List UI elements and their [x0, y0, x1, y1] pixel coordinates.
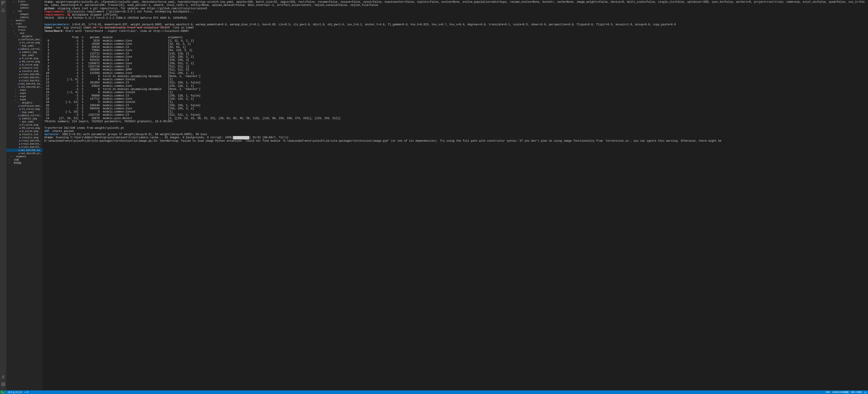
tree-item-label: models: [16, 19, 25, 22]
file-item[interactable]: ▣val_batch0_pred.jpg: [6, 152, 42, 155]
folder-item[interactable]: ›exp2: [6, 89, 42, 92]
terminal-line: 10 -1 1 131584 models.common.Conv [512, …: [44, 72, 866, 75]
folder-item[interactable]: ⌄exp: [6, 32, 42, 35]
extensions-icon[interactable]: [1, 1, 5, 5]
folder-item[interactable]: ›detect: [6, 25, 42, 29]
folder-item[interactable]: images: [6, 13, 42, 16]
svg-point-4: [3, 384, 4, 385]
folder-item[interactable]: ⌄runs: [6, 22, 42, 25]
file-item[interactable]: ▣train_batch1.jpg: [6, 76, 42, 79]
csv-icon: ▤: [19, 133, 22, 136]
file-item[interactable]: ▣PR_curve.png: [6, 127, 42, 130]
svg-rect-0: [2, 1, 3, 2]
chevron-icon: ›: [12, 26, 15, 28]
tree-item-label: opt.yaml: [22, 54, 34, 57]
file-item[interactable]: ▣PR_curve.png: [6, 60, 42, 63]
terminal-line: 2 -1 1 18816 models.common.C3 [64, 64, 1…: [44, 46, 866, 49]
file-explorer-sidebar[interactable]: ⌄trainimageslabels⌄valimageslabels›model…: [6, 0, 42, 390]
accounts-icon[interactable]: [1, 375, 5, 379]
file-item[interactable]: ▣confusion_matrix.png: [6, 38, 42, 41]
terminal-line: github: skipping check (not a git reposi…: [44, 7, 866, 10]
status-problems[interactable]: 0 0 9: [8, 391, 22, 394]
file-item[interactable]: !hyp.yaml: [6, 44, 42, 47]
file-item[interactable]: ▣F1_curve.png: [6, 107, 42, 111]
folder-item[interactable]: ›时间线: [6, 161, 42, 164]
png-icon: ▣: [19, 61, 22, 63]
file-item[interactable]: ▣train_batch0.jpg: [6, 73, 42, 76]
chevron-icon: ›: [17, 35, 19, 37]
file-item[interactable]: ▣val_batch0_pred.jpg: [6, 86, 42, 89]
file-item[interactable]: ▣val_batch0_labels.jpg: [6, 82, 42, 86]
file-item[interactable]: !opt.yaml: [6, 54, 42, 57]
folder-item[interactable]: ›exp3: [6, 92, 42, 95]
remote-indicator[interactable]: [0, 390, 5, 394]
terminal-output[interactable]: train: weights=weights/yolov5s.pt, cfg=m…: [42, 0, 868, 390]
file-item[interactable]: ▣confusion_matrix.png: [6, 104, 42, 107]
file-item[interactable]: ▣P_curve.png: [6, 57, 42, 60]
csv-icon: ▤: [19, 67, 22, 69]
chevron-icon: ›: [8, 162, 11, 164]
tree-item-label: val: [18, 10, 22, 12]
folder-item[interactable]: labels: [6, 16, 42, 19]
jpg-icon: ▣: [18, 152, 20, 155]
folder-item[interactable]: labels: [6, 6, 42, 9]
status-filesize[interactable]: 804.60KB: [851, 391, 862, 394]
folder-item[interactable]: ›weights: [6, 35, 42, 38]
png-icon: ▣: [18, 105, 20, 107]
status-dimensions[interactable]: 1408x1408像素: [832, 391, 849, 394]
file-item[interactable]: ▣labels.jpg: [6, 51, 42, 54]
file-item[interactable]: ▣train_batch2.jpg: [6, 79, 42, 82]
file-item[interactable]: ▣R_curve.png: [6, 130, 42, 133]
status-bell-icon[interactable]: [864, 391, 867, 394]
terminal-line: 6 -1 3 625152 models.common.C3 [256, 256…: [44, 59, 866, 62]
file-item[interactable]: ▤results.csv: [6, 66, 42, 70]
file-item[interactable]: ▣results.png: [6, 70, 42, 73]
file-item[interactable]: ▣val_batch0_labels.jpg: [6, 149, 42, 152]
file-item[interactable]: ▣train_batch0.jpg: [6, 139, 42, 142]
tree-item-label: labels.jpg: [22, 51, 37, 54]
file-item[interactable]: ▤results.csv: [6, 133, 42, 136]
folder-item[interactable]: images: [6, 3, 42, 6]
terminal-line: 15 -1 1 0 torch.nn.modules.upsampling.Up…: [44, 88, 866, 91]
folder-item[interactable]: ›segment: [6, 155, 42, 158]
jpg-icon: ▣: [19, 79, 21, 82]
folder-item[interactable]: ⌄train: [6, 29, 42, 32]
terminal-line: 7 -1 1 1180672 models.common.Conv [256, …: [44, 62, 866, 65]
file-item[interactable]: ▣P_curve.png: [6, 123, 42, 127]
status-ports[interactable]: 0: [24, 391, 28, 394]
file-item[interactable]: !opt.yaml: [6, 120, 42, 123]
tree-item-label: segment: [16, 155, 26, 158]
status-zoom[interactable]: 60%: [826, 391, 830, 394]
tree-item-label: F1_curve.png: [22, 41, 40, 44]
tree-item-label: images: [20, 13, 29, 15]
folder-item[interactable]: ›weights: [6, 101, 42, 104]
folder-item[interactable]: ›大纲: [6, 158, 42, 161]
file-item[interactable]: ▣R_curve.png: [6, 63, 42, 66]
main-area: ⌄trainimageslabels⌄valimageslabels›model…: [0, 0, 868, 390]
folder-item[interactable]: ⌄val: [6, 9, 42, 13]
label-amp: AMP:: [44, 130, 51, 133]
folder-item[interactable]: ›models: [6, 19, 42, 22]
file-item[interactable]: ▣train_batch1.jpg: [6, 142, 42, 145]
yaml-icon: !: [19, 111, 22, 113]
jpg-icon: ▣: [19, 146, 21, 149]
file-item[interactable]: ▣labels_correlogram.jpg: [6, 114, 42, 117]
file-item[interactable]: ▣train_batch2.jpg: [6, 145, 42, 149]
png-icon: ▣: [18, 114, 20, 117]
file-item[interactable]: ▣F1_curve.png: [6, 41, 42, 44]
terminal-line: 1 -1 1 18560 models.common.Conv [32, 64,…: [44, 42, 866, 46]
file-item[interactable]: !hyp.yaml: [6, 111, 42, 114]
terminal-line: Comet: run 'pip install comet_ml' to aut…: [44, 26, 866, 29]
folder-item[interactable]: ⌄train: [6, 0, 42, 3]
folder-item[interactable]: ⌄exp5: [6, 98, 42, 101]
folder-item[interactable]: ›exp4: [6, 95, 42, 98]
testing-icon[interactable]: [1, 8, 5, 12]
png-icon: ▣: [19, 124, 22, 126]
file-item[interactable]: ▣results.png: [6, 136, 42, 139]
file-item[interactable]: ▣labels.jpg: [6, 117, 42, 120]
settings-gear-icon[interactable]: [1, 382, 5, 386]
status-warnings-count: 0: [16, 391, 17, 394]
file-item[interactable]: ▣labels_correlogram.jpg: [6, 47, 42, 51]
terminal-line: AMP: checks passed: [44, 130, 866, 133]
png-icon: ▣: [19, 57, 22, 60]
